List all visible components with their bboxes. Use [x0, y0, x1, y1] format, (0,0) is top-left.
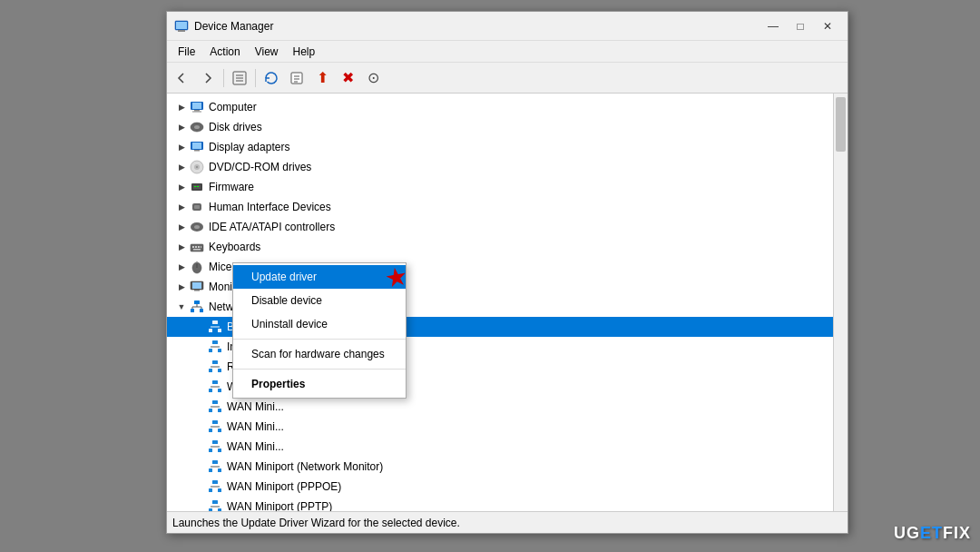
tree-item-wan3[interactable]: WAN Mini... — [167, 417, 833, 437]
svg-rect-78 — [212, 460, 218, 464]
svg-rect-52 — [209, 329, 212, 332]
svg-rect-68 — [209, 409, 212, 412]
ctx-uninstall-device[interactable]: Uninstall device — [233, 312, 406, 336]
tree-item-keyboards[interactable]: ▶ Keyboards — [167, 237, 833, 257]
uninstall-button[interactable]: ✖ — [336, 66, 359, 90]
close-button[interactable]: ✕ — [815, 16, 840, 36]
svg-rect-2 — [176, 22, 187, 29]
menu-view[interactable]: View — [248, 44, 286, 60]
ctx-properties[interactable]: Properties — [233, 372, 406, 396]
svg-rect-35 — [201, 246, 201, 248]
wan-pptp-label: WAN Miniport (PPTP) — [227, 500, 332, 511]
svg-rect-41 — [192, 282, 201, 289]
minimize-button[interactable]: — — [760, 16, 786, 36]
scan-button[interactable]: ⊙ — [361, 66, 385, 90]
wan3-icon — [207, 419, 223, 435]
tree-item-disk-drives[interactable]: ▶ Disk drives — [167, 117, 833, 137]
tree-item-wan4[interactable]: WAN Mini... — [167, 437, 833, 457]
tree-item-computer[interactable]: ▶ Computer — [167, 97, 833, 117]
firmware-label: Firmware — [209, 181, 254, 193]
svg-rect-73 — [218, 429, 221, 432]
svg-rect-81 — [218, 468, 221, 472]
svg-point-30 — [194, 225, 200, 229]
keyboards-label: Keyboards — [209, 241, 260, 253]
svg-point-16 — [194, 125, 200, 129]
chevron-wan-nm — [192, 459, 207, 474]
show-tree-button[interactable] — [228, 66, 251, 90]
tree-item-wan-pppoe[interactable]: WAN Miniport (PPPOE) — [167, 477, 833, 497]
tree-item-hid[interactable]: ▶ Human Interface Devices — [167, 197, 833, 217]
chevron-wan3 — [192, 419, 207, 434]
ctx-scan-hardware[interactable]: Scan for hardware changes — [233, 342, 406, 366]
svg-rect-18 — [192, 143, 201, 149]
title-bar: Device Manager — □ ✕ — [167, 12, 848, 41]
menu-action[interactable]: Action — [202, 44, 247, 60]
ctx-update-driver[interactable]: Update driver — [233, 265, 406, 289]
back-button[interactable] — [171, 66, 194, 90]
tree-item-wan2[interactable]: WAN Mini... — [167, 397, 833, 417]
wan-pppoe-label: WAN Miniport (PPPOE) — [227, 480, 341, 493]
svg-rect-1 — [178, 30, 185, 32]
svg-rect-33 — [195, 246, 197, 248]
computer-label: Computer — [209, 101, 257, 113]
device-manager-window: Device Manager — □ ✕ File Action View He… — [166, 11, 848, 534]
svg-rect-76 — [209, 448, 212, 452]
toolbar-sep2 — [255, 69, 256, 87]
chevron-wan-pptp — [192, 499, 207, 511]
chevron-keyboards: ▶ — [174, 240, 189, 254]
dvd-label: DVD/CD-ROM drives — [209, 161, 311, 173]
scrollbar-thumb[interactable] — [836, 97, 846, 152]
svg-rect-36 — [193, 249, 201, 251]
svg-rect-34 — [198, 246, 200, 248]
chevron-monitors: ▶ — [174, 280, 189, 294]
chevron-realtek — [192, 360, 207, 374]
bluetooth-icon — [207, 319, 223, 335]
svg-rect-42 — [194, 290, 200, 291]
wan2-icon — [207, 399, 223, 415]
svg-rect-70 — [212, 420, 218, 424]
svg-rect-44 — [191, 309, 194, 312]
svg-rect-77 — [218, 448, 221, 452]
tree-item-ide[interactable]: ▶ IDE ATA/ATAPI controllers — [167, 217, 833, 237]
computer-icon — [189, 99, 205, 115]
ctx-disable-device[interactable]: Disable device — [233, 289, 406, 312]
menu-file[interactable]: File — [171, 44, 202, 60]
wan2-label: WAN Mini... — [227, 400, 284, 413]
maximize-button[interactable]: □ — [788, 16, 813, 36]
refresh-button[interactable] — [260, 66, 283, 90]
svg-rect-61 — [218, 369, 221, 372]
status-text: Launches the Update Driver Wizard for th… — [172, 517, 460, 529]
window-controls: — □ ✕ — [760, 16, 840, 36]
svg-rect-43 — [194, 301, 200, 304]
update-driver-button[interactable]: ⬆ — [310, 66, 334, 90]
chevron-bluetooth — [192, 320, 207, 334]
svg-rect-72 — [209, 429, 212, 432]
tree-item-firmware[interactable]: ▶ Firmware — [167, 177, 833, 197]
svg-rect-26 — [197, 186, 199, 187]
ctx-sep1 — [233, 339, 406, 340]
toolbar: ⬆ ✖ ⊙ — [167, 63, 848, 94]
toolbar-sep1 — [223, 69, 224, 87]
tree-item-dvd[interactable]: ▶ DVD/CD-ROM drives — [167, 157, 833, 177]
forward-button[interactable] — [196, 66, 220, 90]
svg-rect-12 — [192, 103, 201, 109]
device-tree[interactable]: ▶ Computer ▶ Disk drives ▶ Display adapt… — [167, 94, 833, 511]
chevron-hid: ▶ — [174, 200, 189, 214]
tree-item-wan-nm[interactable]: WAN Miniport (Network Monitor) — [167, 457, 833, 477]
tree-item-display[interactable]: ▶ Display adapters — [167, 137, 833, 157]
scrollbar-track[interactable] — [833, 94, 848, 511]
tree-item-wan-pptp[interactable]: WAN Miniport (PPTP) — [167, 497, 833, 511]
menu-help[interactable]: Help — [286, 44, 323, 60]
chevron-disk: ▶ — [174, 120, 189, 134]
svg-rect-62 — [212, 380, 218, 384]
svg-rect-14 — [192, 112, 201, 113]
wan-pptp-icon — [207, 498, 223, 511]
wan4-label: WAN Mini... — [227, 440, 284, 453]
chevron-ide: ▶ — [174, 220, 189, 234]
display-adapters-label: Display adapters — [209, 141, 289, 153]
wan-nm-icon — [207, 458, 223, 475]
properties-button[interactable] — [285, 66, 309, 90]
svg-rect-65 — [218, 389, 221, 392]
svg-point-39 — [196, 261, 198, 263]
chevron-dvd: ▶ — [174, 160, 189, 174]
